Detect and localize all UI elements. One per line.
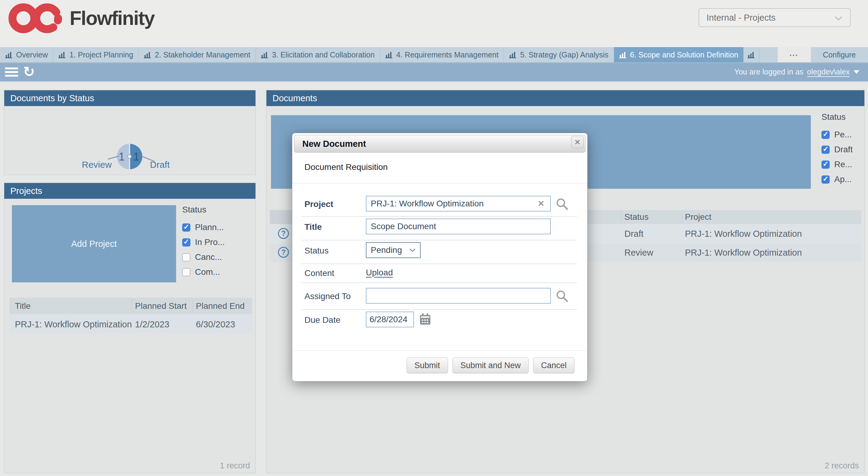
filter-checkbox-planned[interactable]: Plann... <box>182 222 224 232</box>
divider <box>301 263 577 264</box>
column-header-project[interactable]: Project <box>685 210 855 224</box>
search-icon[interactable] <box>556 290 568 304</box>
modal-title: New Document <box>302 139 366 149</box>
cell-project: PRJ-1: Workflow Optimization <box>685 225 855 243</box>
column-header-status[interactable]: Status <box>624 210 679 224</box>
checkbox-label: Pe... <box>834 130 852 139</box>
checkbox-checked-icon[interactable] <box>182 223 190 232</box>
filter-checkbox-pending[interactable]: Pe... <box>822 130 852 139</box>
refresh-icon[interactable]: ↻ <box>23 64 35 80</box>
filter-checkbox-approved[interactable]: Ap... <box>822 174 852 184</box>
status-filter-label: Status <box>182 205 206 215</box>
cell-status: Draft <box>624 225 679 243</box>
assigned-to-field-label: Assigned To <box>304 291 351 301</box>
question-mark-icon[interactable] <box>278 247 289 258</box>
due-date-input[interactable] <box>366 312 414 327</box>
tab-elicitation-collaboration[interactable]: 3. Elicitation and Collaboration <box>256 47 380 62</box>
calendar-icon[interactable] <box>420 313 431 326</box>
filter-checkbox-in-progress[interactable]: In Pro... <box>182 237 225 247</box>
project-input[interactable] <box>366 196 551 212</box>
tab-scope-solution-definition[interactable]: 6. Scope and Solution Definition <box>614 47 744 62</box>
checkbox-checked-icon[interactable] <box>822 160 830 169</box>
search-icon[interactable] <box>556 197 568 212</box>
bar-chart-icon <box>619 51 627 58</box>
pie-value-review: 1 <box>119 151 125 163</box>
close-icon[interactable] <box>571 136 584 148</box>
tab-overflow-menu[interactable]: ⋯ <box>778 47 811 62</box>
menu-icon[interactable] <box>5 67 18 76</box>
bar-chart-icon <box>144 51 151 58</box>
tab-stakeholder-management[interactable]: 2. Stakeholder Management <box>139 47 256 62</box>
divider <box>292 350 587 351</box>
divider <box>301 216 577 217</box>
question-mark-icon[interactable] <box>278 228 289 239</box>
checkbox-checked-icon[interactable] <box>822 146 830 154</box>
pie-label-draft: Draft <box>150 160 170 170</box>
tab-label: 5. Strategy (Gap) Analysis <box>520 51 608 59</box>
bar-chart-icon <box>261 51 269 58</box>
cancel-button[interactable]: Cancel <box>533 357 575 373</box>
bar-chart-icon <box>509 51 517 58</box>
checkbox-checked-icon[interactable] <box>822 176 830 184</box>
projects-panel: Projects Add Project Status Plann... In … <box>4 183 256 473</box>
divider <box>301 282 577 283</box>
submit-and-new-button[interactable]: Submit and New <box>453 357 529 373</box>
panel-title: Projects <box>4 183 255 199</box>
panel-title-text: Projects <box>10 186 42 196</box>
tab-label: 1. Project Planning <box>69 51 133 59</box>
submit-button[interactable]: Submit <box>407 357 448 373</box>
checkbox-label: Com... <box>195 267 220 277</box>
assigned-to-input[interactable] <box>366 288 551 304</box>
checkbox-unchecked-icon[interactable] <box>182 253 190 261</box>
checkbox-checked-icon[interactable] <box>822 131 830 139</box>
tab-strategy-gap-analysis[interactable]: 5. Strategy (Gap) Analysis <box>504 47 614 62</box>
tab-truncated[interactable] <box>744 47 760 62</box>
cell-project: PRJ-1: Workflow Optimization <box>685 244 855 262</box>
caret-down-icon[interactable] <box>854 70 860 74</box>
bar-chart-icon <box>58 51 66 58</box>
upload-link[interactable]: Upload <box>366 268 393 278</box>
clear-icon[interactable] <box>535 198 547 209</box>
tab-overview[interactable]: Overview <box>0 47 53 62</box>
ellipsis-icon: ⋯ <box>789 50 799 60</box>
record-count: 1 record <box>220 461 250 471</box>
column-header-title[interactable]: Title <box>15 297 133 314</box>
tab-label: 4. Requirements Management <box>396 51 498 59</box>
checkbox-unchecked-icon[interactable] <box>182 268 190 276</box>
checkbox-label: Plann... <box>195 222 224 232</box>
add-project-button[interactable]: Add Project <box>12 205 176 282</box>
title-field-label: Title <box>304 222 322 232</box>
toolbar: ↻ You are logged in as olegdev\alex <box>0 62 868 82</box>
modal-titlebar[interactable]: New Document <box>294 135 585 153</box>
filter-checkbox-review[interactable]: Re... <box>822 160 852 169</box>
username-link[interactable]: olegdev\alex <box>807 67 850 76</box>
checkbox-label: Draft <box>834 145 853 154</box>
pie-value-draft: 1 <box>133 151 139 163</box>
bar-chart-icon <box>748 51 755 58</box>
filter-checkbox-draft[interactable]: Draft <box>822 145 853 154</box>
cell-planned-end: 6/30/2023 <box>196 315 251 334</box>
tab-label: Overview <box>16 51 48 59</box>
tab-label: Configure <box>823 51 856 59</box>
divider <box>292 183 587 183</box>
filter-checkbox-cancelled[interactable]: Canc... <box>182 252 222 262</box>
modal-button-row: Submit Submit and New Cancel <box>407 357 575 373</box>
flowfinity-logo-icon <box>8 3 64 33</box>
project-field-label: Project <box>304 199 333 209</box>
filter-checkbox-completed[interactable]: Com... <box>182 267 220 277</box>
tab-project-planning[interactable]: 1. Project Planning <box>53 47 139 62</box>
title-input[interactable] <box>366 219 551 234</box>
checkbox-checked-icon[interactable] <box>182 238 190 247</box>
panel-title: Documents by Status <box>4 90 255 106</box>
status-select[interactable]: Pending <box>366 242 421 258</box>
workspace-selector-value: Internal - Projects <box>707 13 776 23</box>
column-header-planned-start[interactable]: Planned Start <box>135 297 193 314</box>
chevron-down-icon <box>409 248 416 252</box>
project-table-row[interactable]: PRJ-1: Workflow Optimization 1/2/2023 6/… <box>9 315 252 334</box>
tab-configure[interactable]: Configure <box>811 47 868 62</box>
column-header-planned-end[interactable]: Planned End <box>196 297 251 314</box>
workspace-selector[interactable]: Internal - Projects <box>699 8 851 27</box>
bar-chart-icon <box>385 51 393 58</box>
tab-requirements-management[interactable]: 4. Requirements Management <box>380 47 504 62</box>
brand-name: Flowfinity <box>70 7 155 30</box>
